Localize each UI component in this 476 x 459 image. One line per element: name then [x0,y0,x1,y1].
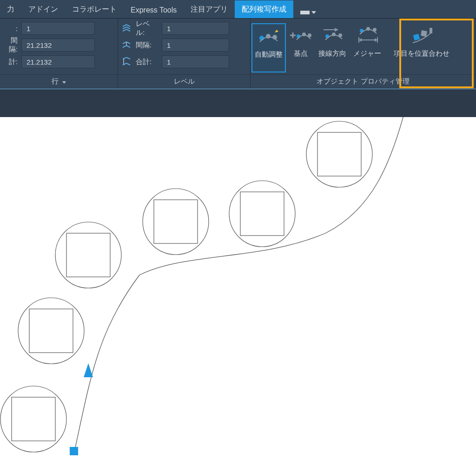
label-rows-spacing: 間隔: [4,36,18,54]
tangent-direction-icon [322,26,343,45]
auto-fit-icon [258,27,279,46]
svg-rect-30 [29,309,73,353]
tab-array-creation[interactable]: 配列複写作成 [235,0,293,18]
direction-arrow-grip[interactable] [84,363,93,377]
tab-express-tools[interactable]: Express Tools [124,2,184,18]
array-item [306,121,372,187]
panel-title-rows-text: 行 [52,77,59,85]
panel-title-object-properties: オブジェクト プロパティ管理 [251,74,476,89]
align-items-label: 項目を位置合わせ [394,49,450,58]
input-rows-count[interactable] [21,22,95,35]
input-levels-total[interactable] [162,55,229,68]
levels-spacing-icon [122,40,132,50]
svg-marker-12 [335,28,338,32]
svg-rect-38 [317,132,361,176]
svg-point-29 [18,298,84,364]
panel-levels: レベル: 間隔: 合計: レベル [118,19,251,89]
drawing-svg [0,117,476,459]
svg-rect-34 [154,200,198,243]
label-levels-count: レベル: [136,20,158,37]
array-item [143,189,209,255]
label-rows-count: : [4,25,18,33]
panel-rows: : 間隔: 計: 行 [0,19,118,89]
array-item [229,181,295,247]
auto-fit-button[interactable]: 自動調整 [251,23,286,72]
array-item [55,222,121,288]
ribbon-tabstrip: 力 アドイン コラボレート Express Tools 注目アプリ 配列複写作成 [0,0,476,19]
array-item [0,386,66,452]
svg-rect-36 [240,192,284,236]
measure-icon [357,26,378,45]
chevron-down-icon [62,81,66,84]
panel-title-levels-text: レベル [174,77,195,85]
panel-title-props-text: オブジェクト プロパティ管理 [317,77,409,85]
svg-rect-28 [12,397,55,441]
svg-rect-32 [66,233,110,277]
drawing-canvas[interactable] [0,117,476,459]
input-levels-spacing[interactable] [162,39,229,52]
panel-object-properties: 自動調整 基点 [251,19,476,89]
svg-marker-2 [275,28,278,33]
label-levels-spacing: 間隔: [136,41,158,50]
tab-featured-apps[interactable]: 注目アプリ [184,0,235,18]
align-items-icon [411,26,432,45]
measure-label: メジャー [353,49,382,58]
align-items-button[interactable]: 項目を位置合わせ [386,21,458,74]
tab-addins[interactable]: アドイン [21,0,65,18]
chevron-down-icon [311,11,316,14]
panel-title-levels: レベル [118,74,250,89]
base-point-label: 基点 [294,49,308,58]
tab-collaborate[interactable]: コラボレート [65,0,124,18]
input-rows-spacing[interactable] [21,39,95,52]
label-rows-total: 計: [4,58,18,66]
base-point-button[interactable]: 基点 [287,21,315,74]
panel-title-rows[interactable]: 行 [0,74,118,89]
base-point-icon [290,26,311,45]
tab-overflow[interactable] [293,7,323,18]
svg-rect-25 [421,30,427,37]
svg-point-37 [306,121,372,187]
svg-point-31 [55,222,121,288]
levels-total-icon [122,57,132,67]
tangent-direction-label: 接線方向 [318,49,346,58]
array-item [18,298,84,364]
levels-count-icon [122,23,132,33]
endpoint-square-grip[interactable] [70,447,78,455]
label-levels-total: 合計: [136,58,158,66]
below-ribbon-band [0,89,476,117]
svg-point-27 [0,386,66,452]
input-levels-count[interactable] [162,22,229,35]
panel-indicator-icon [300,11,310,14]
svg-rect-24 [413,34,420,41]
svg-point-4 [266,34,271,39]
tangent-direction-button[interactable]: 接線方向 [315,21,350,74]
auto-fit-label: 自動調整 [255,50,283,59]
array-path-curve [74,117,404,452]
measure-button[interactable]: メジャー [350,21,386,74]
svg-point-35 [229,181,295,247]
ribbon-body: : 間隔: 計: 行 レベル: [0,19,476,89]
svg-point-33 [143,189,209,255]
big-button-strip: 自動調整 基点 [251,21,476,74]
tab-output[interactable]: 力 [0,0,21,18]
input-rows-total[interactable] [21,55,95,68]
